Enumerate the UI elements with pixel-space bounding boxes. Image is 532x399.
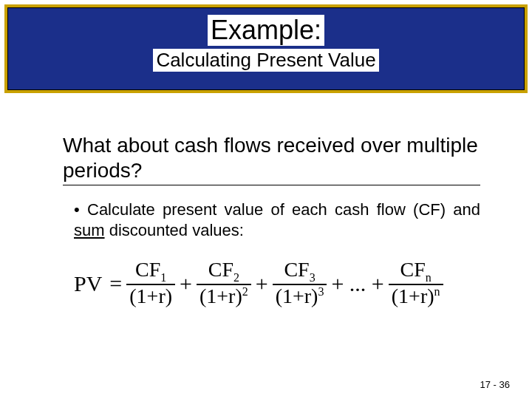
question-underline [63, 185, 480, 185]
formula-pv: PV [74, 271, 102, 296]
bullet-sum-word: sum [74, 221, 105, 239]
formula-term-2: CF2 (1+r)2 [197, 259, 251, 308]
plus-1: + [180, 271, 192, 296]
term-3-numerator: CF3 [281, 259, 318, 284]
title-header: Example: Calculating Present Value [4, 4, 528, 93]
bullet-text-before: Calculate present value of each cash flo… [87, 200, 480, 219]
term-2-denominator: (1+r)2 [197, 285, 251, 308]
bullet-text-after: discounted values: [105, 221, 244, 239]
formula-term-n: CFn (1+r)n [389, 259, 443, 308]
term-1-denominator: (1+r) [126, 285, 175, 308]
slide-title: Example: [208, 15, 324, 46]
slide-subtitle: Calculating Present Value [153, 49, 378, 72]
term-2-numerator: CF2 [205, 259, 242, 284]
plus-2: + [256, 271, 268, 296]
bullet-marker: • [74, 200, 87, 220]
term-3-denominator: (1+r)3 [273, 285, 327, 308]
term-n-denominator: (1+r)n [389, 285, 443, 308]
page-number: 17 - 36 [480, 379, 510, 390]
question-text: What about cash flows received over mult… [63, 133, 480, 183]
formula-term-3: CF3 (1+r)3 [273, 259, 327, 308]
formula-term-1: CF1 (1+r) [126, 259, 175, 308]
pv-formula: PV = CF1 (1+r) + CF2 (1+r)2 + CF3 (1+r)3… [74, 259, 484, 308]
term-1-numerator: CF1 [132, 259, 169, 284]
term-n-numerator: CFn [398, 259, 434, 284]
formula-eq: = [109, 271, 122, 296]
bullet-item: •Calculate present value of each cash fl… [74, 200, 480, 240]
formula-dots: + ... + [331, 271, 383, 296]
